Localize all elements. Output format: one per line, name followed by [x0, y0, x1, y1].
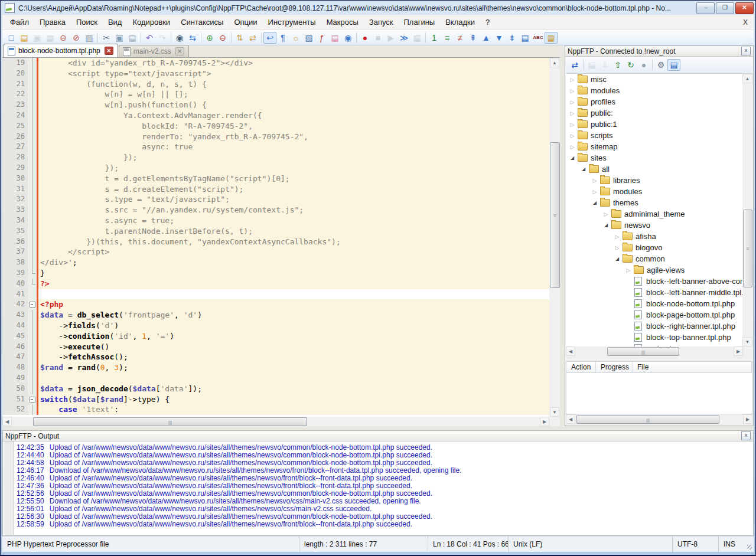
- menu-item-3[interactable]: Вид: [103, 15, 128, 29]
- tab-close-icon[interactable]: ✕: [175, 47, 184, 55]
- collapsed-arrow-icon[interactable]: ▷: [613, 245, 621, 251]
- tree-item-9[interactable]: ▷libraries: [566, 175, 743, 186]
- menu-item-2[interactable]: Поиск: [71, 15, 103, 29]
- zoom-out-icon[interactable]: ⊖: [216, 32, 229, 44]
- editor-horizontal-scrollbar[interactable]: ◀ ▶ |||: [2, 417, 549, 426]
- ftp-connect-icon[interactable]: ⇄: [568, 59, 581, 71]
- tree-item-21[interactable]: block-page-bottom.tpl.php: [566, 309, 743, 320]
- queue-column-progress[interactable]: Progress: [596, 362, 633, 372]
- document-map-icon[interactable]: ▧: [302, 32, 315, 44]
- collapsed-arrow-icon[interactable]: ▷: [568, 122, 576, 127]
- sync-vertical-scroll-icon[interactable]: ⇅: [233, 32, 246, 44]
- redo-icon[interactable]: ↷: [156, 32, 169, 44]
- scrollbar-thumb[interactable]: |||: [33, 417, 307, 426]
- menu-item-4[interactable]: Кодировки: [127, 15, 175, 29]
- close-button[interactable]: ✕: [735, 2, 754, 14]
- status-position[interactable]: Ln : 18 Col : 41 Pos : 662: [428, 537, 508, 552]
- output-log[interactable]: 12:42:35Upload of /var/www/newsvo/data/w…: [4, 441, 752, 535]
- compare-icon[interactable]: ≡: [441, 32, 454, 44]
- menu-item-10[interactable]: Плагины: [399, 15, 441, 29]
- status-encoding[interactable]: UTF-8: [672, 537, 718, 552]
- scroll-down-icon[interactable]: ▼: [742, 337, 752, 346]
- word-wrap-icon[interactable]: ↩: [263, 32, 276, 44]
- collapsed-arrow-icon[interactable]: ▷: [568, 110, 576, 116]
- cut-icon[interactable]: ✂: [100, 32, 113, 44]
- nppftp-toggle-icon[interactable]: ▦: [545, 32, 558, 44]
- menu-item-1[interactable]: Правка: [34, 15, 71, 29]
- scrollbar-thumb[interactable]: ≡: [743, 210, 752, 287]
- scroll-down-icon[interactable]: ▼: [550, 407, 559, 417]
- expanded-arrow-icon[interactable]: ◢: [591, 200, 599, 205]
- nav-prev-icon[interactable]: ▲: [480, 32, 493, 44]
- tree-item-8[interactable]: ◢all: [566, 163, 743, 175]
- tree-item-5[interactable]: ▷scripts: [566, 130, 743, 141]
- macro-record-icon[interactable]: ●: [359, 32, 372, 44]
- scroll-left-icon[interactable]: ◀: [566, 414, 575, 424]
- tree-item-0[interactable]: ▷misc: [566, 74, 743, 85]
- ftp-file-tree[interactable]: ▷misc▷modules▷profiles▷public:▷public:1▷…: [566, 74, 744, 346]
- expanded-arrow-icon[interactable]: ◢: [613, 256, 621, 261]
- save-all-icon[interactable]: ▦: [44, 32, 57, 44]
- nav-last-icon[interactable]: ⇟: [506, 32, 519, 44]
- minimize-button[interactable]: –: [696, 2, 715, 14]
- paste-icon[interactable]: ▤: [126, 32, 139, 44]
- collapsed-arrow-icon[interactable]: ▷: [624, 267, 633, 273]
- scroll-left-icon[interactable]: ◀: [566, 346, 575, 356]
- scrollbar-thumb[interactable]: ≡: [550, 142, 560, 288]
- menu-item-5[interactable]: Синтаксисы: [175, 15, 229, 29]
- ftp-upload-icon[interactable]: ⇧: [611, 59, 624, 71]
- collapsed-arrow-icon[interactable]: ▷: [602, 211, 610, 217]
- tree-item-23[interactable]: block--top-banner.tpl.php: [566, 332, 743, 343]
- new-file-icon[interactable]: □: [5, 32, 18, 44]
- status-eol[interactable]: Unix (LF): [508, 537, 672, 552]
- expanded-arrow-icon[interactable]: ◢: [602, 223, 610, 228]
- vertical-splitter[interactable]: [560, 45, 565, 426]
- nav-first-icon[interactable]: ⇞: [467, 32, 480, 44]
- collapsed-arrow-icon[interactable]: ▷: [568, 88, 576, 94]
- clear-compare-icon[interactable]: ≠: [454, 32, 467, 44]
- menu-close-button[interactable]: X: [743, 18, 748, 27]
- nppftp-close-icon[interactable]: x: [741, 47, 751, 55]
- scroll-left-icon[interactable]: ◀: [2, 417, 12, 426]
- macro-stop-icon[interactable]: ■: [372, 32, 384, 44]
- tab-0[interactable]: block-node-bottom.tpl.php✕: [4, 44, 118, 57]
- tab-close-icon[interactable]: ✕: [105, 47, 113, 55]
- close-all-tabs-icon[interactable]: ⊘: [70, 32, 83, 44]
- compare-summary-icon[interactable]: ▤: [519, 32, 532, 44]
- fold-marker[interactable]: [28, 394, 37, 405]
- tree-horizontal-scrollbar[interactable]: ◀ ▶ |||: [566, 346, 743, 356]
- collapsed-arrow-icon[interactable]: ▷: [568, 99, 576, 105]
- fold-marker[interactable]: [28, 299, 37, 310]
- resize-grip[interactable]: [745, 537, 754, 552]
- sync-horizontal-scroll-icon[interactable]: ⇄: [246, 32, 259, 44]
- tree-item-1[interactable]: ▷modules: [566, 85, 743, 96]
- menu-item-8[interactable]: Макросы: [321, 15, 364, 29]
- expanded-arrow-icon[interactable]: ◢: [579, 166, 588, 172]
- scroll-up-icon[interactable]: ▲: [550, 58, 559, 67]
- tree-item-17[interactable]: ▷agile-views: [566, 264, 743, 276]
- menu-item-12[interactable]: ?: [480, 15, 495, 29]
- collapsed-arrow-icon[interactable]: ▷: [568, 144, 576, 150]
- tree-item-11[interactable]: ◢themes: [566, 197, 743, 208]
- queue-column-action[interactable]: Action: [566, 362, 596, 372]
- collapsed-arrow-icon[interactable]: ▷: [613, 234, 621, 240]
- show-all-characters-icon[interactable]: ¶: [276, 32, 289, 44]
- indent-guide-icon[interactable]: ☼: [289, 32, 302, 44]
- scroll-up-icon[interactable]: ▲: [742, 74, 752, 83]
- file-monitoring-icon[interactable]: ◉: [341, 32, 354, 44]
- scroll-right-icon[interactable]: ▶: [540, 417, 549, 426]
- folder-as-workspace-icon[interactable]: ▤: [328, 32, 341, 44]
- queue-horizontal-scrollbar[interactable]: ◀ ▶ |||: [566, 414, 752, 424]
- tree-vertical-scrollbar[interactable]: ▲ ▼ ≡: [742, 74, 752, 346]
- tree-item-7[interactable]: ◢sites: [566, 152, 743, 163]
- macro-run-multiple-icon[interactable]: ≫: [397, 32, 410, 44]
- tree-item-6[interactable]: ▷sitemap: [566, 141, 743, 152]
- maximize-button[interactable]: ❐: [716, 2, 734, 14]
- menu-item-6[interactable]: Опции: [229, 15, 262, 29]
- tree-item-10[interactable]: ▷modules: [566, 186, 743, 197]
- tree-item-18[interactable]: block--left-banner-above-com: [566, 276, 743, 287]
- spell-check-icon[interactable]: ABC: [532, 32, 545, 44]
- macro-save-icon[interactable]: ▦: [410, 32, 423, 44]
- nav-next-icon[interactable]: ▼: [493, 32, 506, 44]
- expanded-arrow-icon[interactable]: ◢: [568, 155, 576, 161]
